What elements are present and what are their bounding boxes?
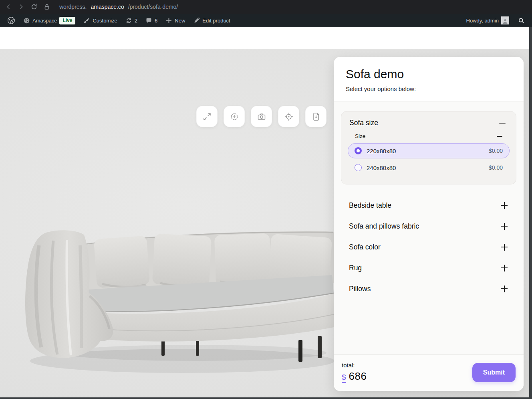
orbit-button[interactable] (224, 106, 245, 127)
fullscreen-icon (203, 112, 212, 121)
section-sofa-and-pillows-fabric[interactable]: Sofa and pillows fabric (341, 216, 516, 237)
section-label: Rug (349, 264, 362, 272)
site-menu[interactable]: Amaspace Live (21, 14, 78, 27)
expand-icon[interactable] (501, 202, 508, 209)
option-price: $0.00 (489, 164, 503, 171)
option-label: 220x80x80 (367, 148, 396, 154)
recenter-button[interactable] (278, 106, 299, 127)
section-label: Pillows (349, 285, 371, 293)
expand-icon[interactable] (501, 265, 508, 271)
size-group-header[interactable]: Size (348, 133, 510, 139)
sofa-3d-model[interactable] (22, 229, 335, 381)
section-sofa-color[interactable]: Sofa color (341, 237, 516, 257)
collapse-icon[interactable] (499, 123, 506, 124)
size-option-240x80x80[interactable]: 240x80x80 $0.00 (348, 160, 510, 175)
section-label: Sofa and pillows fabric (349, 222, 419, 231)
avatar (501, 16, 509, 24)
reload-icon[interactable] (30, 3, 38, 10)
section-bedside-table[interactable]: Bedside table (341, 195, 516, 216)
comment-icon (145, 17, 152, 24)
site-icon (23, 17, 30, 24)
section-pillows[interactable]: Pillows (341, 278, 516, 299)
export-button[interactable] (305, 106, 326, 127)
expand-icon[interactable] (501, 244, 508, 251)
howdy-label: Howdy, admin (466, 18, 499, 24)
my-account-menu[interactable]: Howdy, admin (464, 16, 512, 24)
submit-button[interactable]: Submit (472, 363, 516, 382)
browser-toolbar: wordpress.amaspace.co/product/sofa-demo/ (0, 0, 532, 14)
scrollbar-track[interactable] (529, 27, 532, 399)
live-badge: Live (59, 17, 75, 24)
customize-menu[interactable]: Customize (81, 14, 119, 27)
expand-icon[interactable] (501, 223, 508, 230)
url-bar[interactable]: wordpress.amaspace.co/product/sofa-demo/ (59, 4, 178, 10)
forward-icon[interactable] (18, 3, 25, 10)
section-label: Bedside table (349, 201, 391, 210)
panel-header: Sofa demo Select your options below: (334, 57, 524, 101)
updates-icon (125, 17, 132, 24)
comments-count: 6 (155, 18, 157, 24)
camera-icon (257, 112, 266, 121)
updates-count: 2 (135, 18, 137, 24)
total-label: total: (342, 362, 367, 369)
total-amount: 686 (349, 370, 367, 383)
radio-selected-icon[interactable] (355, 147, 362, 154)
product-subtitle: Select your options below: (346, 85, 512, 92)
radio-unselected-icon[interactable] (355, 164, 362, 171)
export-file-icon (312, 112, 320, 121)
back-icon[interactable] (5, 3, 12, 10)
size-option-220x80x80[interactable]: 220x80x80 $0.00 (348, 143, 510, 158)
comments-menu[interactable]: 6 (143, 14, 160, 27)
option-sections: Bedside table Sofa and pillows fabric So… (341, 195, 516, 299)
wp-admin-bar: Amaspace Live Customize 2 6 New Edit pro… (0, 14, 532, 27)
total-block: total: $ 686 (342, 362, 367, 383)
orbit-icon (230, 112, 239, 121)
expand-icon[interactable] (501, 286, 508, 292)
panel-body: Sofa size Size 220x80x80 $0.00 240x80x80… (334, 101, 524, 354)
viewer-toolbar (196, 106, 326, 127)
recenter-icon (284, 112, 293, 121)
total-value: $ 686 (342, 370, 367, 383)
panel-footer: total: $ 686 Submit (334, 354, 524, 391)
search-icon (518, 17, 525, 24)
option-price: $0.00 (489, 148, 503, 154)
plus-icon (165, 17, 172, 24)
page-header-strip (0, 27, 532, 49)
fullscreen-button[interactable] (196, 106, 218, 127)
site-name: Amaspace (32, 18, 57, 24)
updates-menu[interactable]: 2 (123, 14, 140, 27)
wordpress-icon (7, 16, 15, 24)
url-prefix: wordpress. (59, 4, 87, 10)
bottom-edge-bar (0, 397, 532, 399)
sofa-size-title: Sofa size (349, 119, 378, 127)
lock-icon[interactable] (43, 3, 50, 10)
edit-product-menu[interactable]: Edit product (191, 14, 232, 27)
person-icon (502, 18, 508, 24)
brush-icon (83, 17, 90, 24)
sofa-size-card: Sofa size Size 220x80x80 $0.00 240x80x80… (341, 111, 516, 184)
url-path: /product/sofa-demo/ (128, 4, 178, 10)
option-label: 240x80x80 (367, 164, 396, 171)
new-menu[interactable]: New (163, 14, 187, 27)
sofa-size-accordion-header[interactable]: Sofa size (348, 119, 510, 127)
url-domain: amaspace.co (91, 4, 124, 10)
edit-product-label: Edit product (202, 18, 230, 24)
size-group-label: Size (355, 133, 365, 139)
collapse-icon[interactable] (497, 136, 502, 137)
section-rug[interactable]: Rug (341, 257, 516, 278)
section-label: Sofa color (349, 243, 381, 251)
currency-symbol: $ (342, 373, 346, 383)
new-label: New (175, 18, 185, 24)
customize-label: Customize (93, 18, 117, 24)
wp-logo-menu[interactable] (5, 14, 18, 27)
screenshot-button[interactable] (251, 106, 272, 127)
pencil-icon (193, 17, 200, 24)
product-config-panel: Sofa demo Select your options below: Sof… (334, 57, 524, 391)
product-title: Sofa demo (346, 67, 512, 81)
admin-search[interactable] (516, 17, 527, 24)
